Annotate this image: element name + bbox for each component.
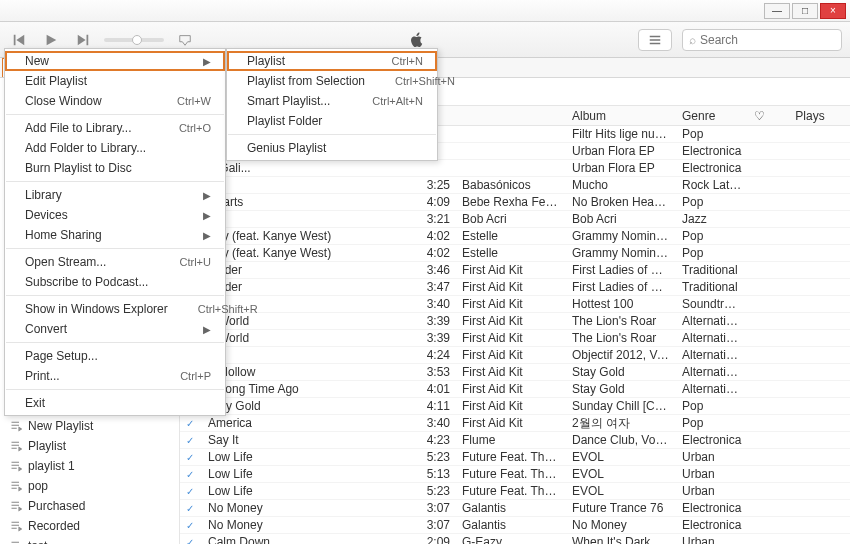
menu-item[interactable]: Subscribe to Podcast... (5, 272, 225, 292)
cell-name: No Money (202, 518, 412, 532)
table-row[interactable]: Boy (feat. Kanye West)4:02EstelleGrammy … (180, 245, 850, 262)
table-row[interactable]: tender3:47First Aid KitFirst Ladies of C… (180, 279, 850, 296)
menu-item[interactable]: Close WindowCtrl+W (5, 91, 225, 111)
col-plays[interactable]: Plays (770, 109, 850, 123)
menu-item[interactable]: Page Setup... (5, 346, 225, 366)
cell-genre: Alternative... (676, 348, 748, 362)
col-heart[interactable]: ♡ (748, 109, 770, 123)
playlist-icon (10, 440, 22, 452)
col-genre[interactable]: Genre (676, 109, 748, 123)
cell-album: The Lion's Roar (566, 314, 676, 328)
table-row[interactable]: No Money3:07GalantisNo MoneyElectronica (180, 517, 850, 534)
menu-item[interactable]: Smart Playlist...Ctrl+Alt+N (227, 91, 437, 111)
menu-item[interactable]: Home Sharing▶ (5, 225, 225, 245)
volume-slider[interactable] (104, 38, 164, 42)
menu-item[interactable]: Devices▶ (5, 205, 225, 225)
table-row[interactable]: y3:21Bob AcriBob AcriJazz (180, 211, 850, 228)
col-album[interactable]: Album (566, 109, 676, 123)
cell-genre: Pop (676, 416, 748, 430)
shortcut-label: Ctrl+U (180, 256, 211, 268)
menu-item-label: Subscribe to Podcast... (25, 275, 148, 289)
cell-name: Low Life (202, 484, 412, 498)
cell-name: tender (202, 280, 412, 294)
table-row[interactable]: 4:24First Aid KitObjectif 2012, Vol. 2Al… (180, 347, 850, 364)
table-row[interactable]: e World3:39First Aid KitThe Lion's RoarA… (180, 330, 850, 347)
table-row[interactable]: America3:40First Aid Kit2월의 여자Pop (180, 415, 850, 432)
cell-artist: First Aid Kit (456, 297, 566, 311)
table-row[interactable]: e World3:39First Aid KitThe Lion's RoarA… (180, 313, 850, 330)
playlist-icon (10, 460, 22, 472)
menu-item-label: Page Setup... (25, 349, 98, 363)
table-row[interactable]: Calm Down2:09G-EazyWhen It's Dark OutUrb… (180, 534, 850, 544)
table-row[interactable]: ing3:25BabasónicosMuchoRock Latino (180, 177, 850, 194)
cell-name: Boy (feat. Kanye West) (202, 229, 412, 243)
menu-item-label: Print... (25, 369, 60, 383)
menu-item-label: Show in Windows Explorer (25, 302, 168, 316)
menu-item[interactable]: Add File to Library...Ctrl+O (5, 118, 225, 138)
cell-time: 5:23 (412, 484, 456, 498)
sidebar-item[interactable]: Playlist (0, 436, 179, 456)
menu-item[interactable]: Print...Ctrl+P (5, 366, 225, 386)
sidebar-item[interactable]: Recorded (0, 516, 179, 536)
table-row[interactable]: Stay Gold4:11First Aid KitSunday Chill [… (180, 398, 850, 415)
shortcut-label: Ctrl+Shift+R (198, 303, 258, 315)
cell-name: Calm Down (202, 535, 412, 544)
check-icon (180, 501, 202, 515)
sidebar-item-label: Purchased (28, 499, 85, 513)
table-row[interactable]: No Money3:07GalantisFuture Trance 76Elec… (180, 500, 850, 517)
menu-item[interactable]: Open Stream...Ctrl+U (5, 252, 225, 272)
cell-time: 4:01 (412, 382, 456, 396)
window-minimize-button[interactable]: — (764, 3, 790, 19)
cell-artist: Estelle (456, 246, 566, 260)
cell-album: Sunday Chill [CD 2] (566, 399, 676, 413)
playlist-icon (10, 500, 22, 512)
table-row[interactable]: tender3:46First Aid KitFirst Ladies of C… (180, 262, 850, 279)
menu-item[interactable]: PlaylistCtrl+N (227, 51, 437, 71)
window-maximize-button[interactable]: □ (792, 3, 818, 19)
menu-item[interactable]: Show in Windows ExplorerCtrl+Shift+R (5, 299, 225, 319)
cell-album: Urban Flora EP (566, 144, 676, 158)
table-row[interactable]: A Long Time Ago4:01First Aid KitStay Gol… (180, 381, 850, 398)
cell-name: tender (202, 263, 412, 277)
table-row[interactable]: & Hollow3:53First Aid KitStay GoldAltern… (180, 364, 850, 381)
table-row[interactable]: Low Life5:23Future Feat. The W...EVOLUrb… (180, 483, 850, 500)
table-row[interactable]: Boy (feat. Kanye West)4:02EstelleGrammy … (180, 228, 850, 245)
menu-item[interactable]: Exit (5, 393, 225, 413)
cell-artist: First Aid Kit (456, 263, 566, 277)
table-row[interactable]: & Gali...Urban Flora EPElectronica (180, 160, 850, 177)
cell-name: Stay Gold (202, 399, 412, 413)
cell-artist: Future Feat. The W... (456, 450, 566, 464)
cell-album: Bob Acri (566, 212, 676, 226)
cell-album: Urban Flora EP (566, 161, 676, 175)
menu-item[interactable]: New▶ (5, 51, 225, 71)
search-field[interactable]: ⌕ (682, 29, 842, 51)
list-view-button[interactable] (638, 29, 672, 51)
cell-genre: Electronica (676, 161, 748, 175)
cell-name: & Gali... (202, 161, 412, 175)
cell-album: EVOL (566, 450, 676, 464)
sidebar-item[interactable]: Purchased (0, 496, 179, 516)
window-close-button[interactable]: × (820, 3, 846, 19)
menu-item[interactable]: Convert▶ (5, 319, 225, 339)
sidebar-item[interactable]: pop (0, 476, 179, 496)
menu-item: Playlist from SelectionCtrl+Shift+N (227, 71, 437, 91)
cell-time: 3:40 (412, 297, 456, 311)
sidebar-item[interactable]: test (0, 536, 179, 544)
sidebar-item-label: Playlist (28, 439, 66, 453)
menu-item[interactable]: Playlist Folder (227, 111, 437, 131)
cell-name: y (202, 212, 412, 226)
table-row[interactable]: Low Life5:13Future Feat. The W...EVOLUrb… (180, 466, 850, 483)
cell-album: Objectif 2012, Vol. 2 (566, 348, 676, 362)
table-row[interactable]: Hearts4:09Bebe Rexha Feat. N...No Broken… (180, 194, 850, 211)
table-row[interactable]: 3:40First Aid KitHottest 100Soundtrack (180, 296, 850, 313)
sidebar-item[interactable]: New Playlist (0, 416, 179, 436)
cell-name: & Hollow (202, 365, 412, 379)
table-row[interactable]: Say It4:23FlumeDance Club, Vol. 3Electro… (180, 432, 850, 449)
menu-item[interactable]: Library▶ (5, 185, 225, 205)
sidebar-item[interactable]: playlist 1 (0, 456, 179, 476)
menu-item-label: Playlist from Selection (247, 74, 365, 88)
cell-name: Boy (feat. Kanye West) (202, 246, 412, 260)
table-row[interactable]: Low Life5:23Future Feat. The W...EVOLUrb… (180, 449, 850, 466)
search-input[interactable] (700, 33, 835, 47)
menu-item[interactable]: Add Folder to Library... (5, 138, 225, 158)
